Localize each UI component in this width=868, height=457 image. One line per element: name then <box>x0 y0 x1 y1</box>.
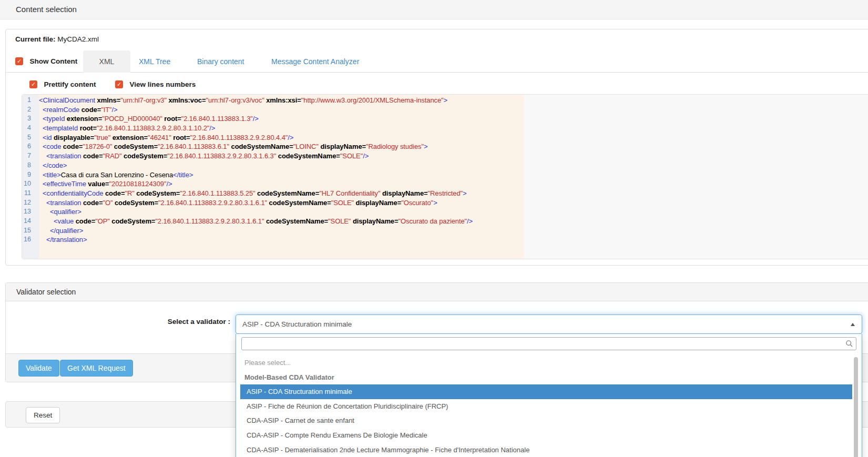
search-icon <box>845 340 853 348</box>
line-number: 5 <box>22 133 39 143</box>
validator-dropdown: Please select...Model-Based CDA Validato… <box>236 334 862 457</box>
code-line: 10 <effectiveTime value="20210818124309"… <box>22 179 868 189</box>
line-number: 12 <box>22 198 39 208</box>
dropdown-scrollbar-thumb[interactable] <box>854 357 858 457</box>
code-text: </translation> <box>39 235 87 245</box>
code-line: 6 <code code="18726-0" codeSystem="2.16.… <box>22 142 868 151</box>
current-file-name: MyCDA2.xml <box>57 35 99 43</box>
tab-xml-tree[interactable]: XML Tree <box>139 50 170 73</box>
code-text: <confidentialityCode code="R" codeSystem… <box>39 189 467 198</box>
line-number: 6 <box>22 142 39 151</box>
code-line: 5 <id displayable="true" extension="4624… <box>22 133 868 143</box>
code-line: 3 <typeId extension="POCD_HD000040" root… <box>22 114 868 124</box>
dropdown-placeholder: Please select... <box>240 356 852 370</box>
code-options-row: Prettify content View lines numbers <box>6 78 868 91</box>
prettify-checkbox[interactable] <box>29 80 37 88</box>
validate-button[interactable]: Validate <box>18 360 59 377</box>
dropdown-search <box>241 337 856 350</box>
prettify-label: Prettify content <box>44 80 96 88</box>
validator-panel-title: Validator selection <box>6 283 868 301</box>
code-line: 1<ClinicalDocument xmlns="urn:hl7-org:v3… <box>22 96 868 105</box>
code-text: <translation code="O" codeSystem="2.16.8… <box>39 198 437 208</box>
code-lines: 1<ClinicalDocument xmlns="urn:hl7-org:v3… <box>22 95 868 259</box>
code-line: 14 <value code="OP" codeSystem="2.16.840… <box>22 217 868 226</box>
line-number: 16 <box>22 235 39 245</box>
code-line: 15 </qualifier> <box>22 226 868 236</box>
view-lines-checkbox[interactable] <box>115 80 123 88</box>
code-text: <id displayable="true" extension="46241"… <box>39 133 293 143</box>
line-number: 14 <box>22 217 39 226</box>
view-lines-label: View lines numbers <box>129 80 196 88</box>
current-file: Current file: MyCDA2.xml <box>15 35 99 43</box>
show-content-checkbox[interactable] <box>15 57 23 65</box>
code-line: 4 <templateId root="2.16.840.1.113883.2.… <box>22 124 868 133</box>
tab-message-content-analyzer[interactable]: Message Content Analyzer <box>271 50 359 73</box>
page-title: Content selection <box>16 5 77 14</box>
dropdown-option[interactable]: ASIP - Fiche de Réunion de Concertation … <box>240 399 852 414</box>
line-number: 13 <box>22 207 39 217</box>
code-text: <value code="OP" codeSystem="2.16.840.1.… <box>39 217 473 226</box>
line-number: 4 <box>22 124 39 133</box>
chevron-up-icon <box>851 323 855 326</box>
code-text: </code> <box>39 161 67 170</box>
validator-select[interactable]: ASIP - CDA Structuration minimale <box>236 314 862 334</box>
prettify-control: Prettify content <box>29 79 96 89</box>
content-selection-panel: Current file: MyCDA2.xml Show Content XM… <box>5 29 868 266</box>
dropdown-results: Please select...Model-Based CDA Validato… <box>240 356 852 457</box>
line-number: 1 <box>22 96 39 105</box>
code-line: 13 <qualifier> <box>22 207 868 217</box>
code-line: 12 <translation code="O" codeSystem="2.1… <box>22 198 868 208</box>
code-line: 2 <realmCode code="IT"/> <box>22 105 868 115</box>
code-text: <ClinicalDocument xmlns="urn:hl7-org:v3"… <box>39 96 447 105</box>
view-lines-control: View lines numbers <box>115 79 196 89</box>
show-content-control: Show Content <box>15 56 77 66</box>
validator-select-widget: ASIP - CDA Structuration minimale Please… <box>236 314 862 334</box>
dropdown-option[interactable]: CDA-ASIP - Compte Rendu Examens De Biolo… <box>240 428 852 443</box>
code-text: </qualifier> <box>39 226 83 236</box>
page-header: Content selection <box>0 0 868 19</box>
dropdown-option[interactable]: CDA-ASIP - Dematerialisation 2nde Lectur… <box>240 443 852 457</box>
get-xml-request-button[interactable]: Get XML Request <box>60 360 133 377</box>
reset-button[interactable]: Reset <box>26 407 60 423</box>
line-number: 9 <box>22 170 39 180</box>
dropdown-option[interactable]: CDA-ASIP - Carnet de sante enfant <box>240 413 852 428</box>
current-file-label: Current file: <box>15 35 56 43</box>
code-text: <typeId extension="POCD_HD000040" root="… <box>39 114 259 124</box>
tab-binary-content[interactable]: Binary content <box>197 50 244 73</box>
code-line: 9 <title>Casa di cura San Lorenzino - Ce… <box>22 170 868 180</box>
validator-selected-value: ASIP - CDA Structuration minimale <box>242 320 352 328</box>
code-text: <realmCode code="IT"/> <box>39 105 118 115</box>
line-number: 2 <box>22 105 39 115</box>
code-line: 8 </code> <box>22 161 868 170</box>
line-number: 11 <box>22 189 39 198</box>
code-text: <translation code="RAD" codeSystem="2.16… <box>39 151 369 161</box>
code-text: <qualifier> <box>39 207 81 217</box>
show-content-label: Show Content <box>29 57 77 65</box>
code-line: 7 <translation code="RAD" codeSystem="2.… <box>22 151 868 161</box>
dropdown-search-input[interactable] <box>245 338 842 349</box>
line-number: 15 <box>22 226 39 236</box>
dropdown-group-label: Model-Based CDA Validator <box>240 370 852 385</box>
code-line: 16 </translation> <box>22 235 868 245</box>
dropdown-option[interactable]: ASIP - CDA Structuration minimale <box>240 384 852 399</box>
code-text: <templateId root="2.16.840.1.113883.2.9.… <box>39 124 215 133</box>
code-text: <code code="18726-0" codeSystem="2.16.84… <box>39 142 427 151</box>
code-line: 11 <confidentialityCode code="R" codeSys… <box>22 189 868 198</box>
line-number: 8 <box>22 161 39 170</box>
line-number: 10 <box>22 179 39 189</box>
line-number: 7 <box>22 151 39 161</box>
code-text: <effectiveTime value="20210818124309"/> <box>39 179 172 189</box>
line-number: 3 <box>22 114 39 124</box>
xml-code-viewer: 1<ClinicalDocument xmlns="urn:hl7-org:v3… <box>22 94 868 259</box>
tabs-strip: Show Content XML XML Tree Binary content… <box>6 50 868 73</box>
code-text: <title>Casa di cura San Lorenzino - Cese… <box>39 170 193 180</box>
tab-xml[interactable]: XML <box>83 50 130 73</box>
select-validator-label: Select a validator : <box>85 318 230 326</box>
